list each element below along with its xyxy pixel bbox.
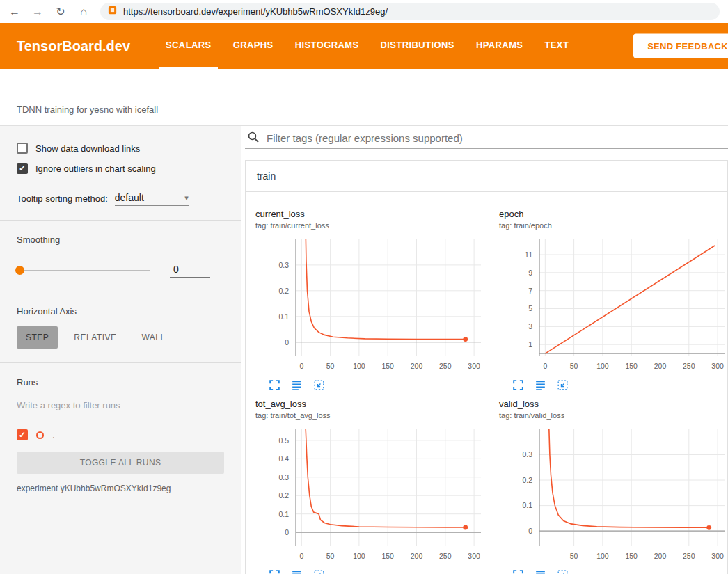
smoothing-value-input[interactable]: 0 — [170, 263, 210, 278]
log-scale-icon[interactable] — [290, 378, 303, 392]
chart-toolbar — [512, 378, 728, 392]
svg-text:0.2: 0.2 — [278, 287, 289, 295]
smoothing-slider-thumb[interactable] — [15, 266, 24, 275]
svg-text:200: 200 — [411, 552, 423, 560]
line-chart-valid-loss[interactable]: 00.10.20.350100150200250300 — [499, 425, 728, 567]
smoothing-slider[interactable] — [17, 270, 150, 271]
tab-hparams[interactable]: HPARAMS — [470, 23, 530, 69]
svg-text:50: 50 — [570, 552, 578, 560]
address-bar[interactable]: https://tensorboard.dev/experiment/yKUbh… — [100, 3, 720, 20]
forward-icon[interactable]: → — [31, 6, 44, 17]
smoothing-slider-row: 0 — [17, 263, 224, 278]
main-nav: SCALARS GRAPHS HISTOGRAMS DISTRIBUTIONS … — [159, 23, 584, 69]
tab-text[interactable]: TEXT — [538, 23, 575, 69]
line-chart-epoch[interactable]: 1357911050100150200250300 — [499, 235, 728, 377]
chart-title: current_loss — [255, 209, 489, 219]
tab-scalars[interactable]: SCALARS — [159, 23, 218, 69]
dashboard-main: train current_loss tag: train/current_lo… — [241, 126, 728, 574]
run-color-swatch — [36, 431, 44, 439]
divider — [0, 292, 241, 292]
fit-domain-icon[interactable] — [556, 378, 569, 392]
tooltip-sorting-row: Tooltip sorting method: default ▾ — [17, 191, 224, 206]
svg-text:150: 150 — [625, 552, 638, 560]
svg-text:300: 300 — [468, 362, 480, 370]
chart-epoch: epoch tag: train/epoch 13579110501001502… — [489, 209, 728, 392]
svg-text:0: 0 — [285, 338, 289, 346]
search-icon — [247, 131, 260, 146]
svg-text:0: 0 — [528, 527, 532, 535]
svg-text:0.2: 0.2 — [278, 491, 289, 500]
axis-wall-button[interactable]: WALL — [132, 326, 174, 349]
expand-chart-icon[interactable] — [512, 568, 525, 574]
svg-text:0.4: 0.4 — [278, 454, 289, 463]
svg-text:50: 50 — [326, 362, 335, 370]
chart-tot-avg-loss: tot_avg_loss tag: train/tot_avg_loss 00.… — [246, 399, 489, 574]
reload-icon[interactable]: ↻ — [54, 6, 67, 17]
svg-text:5: 5 — [528, 304, 532, 312]
svg-text:3: 3 — [528, 322, 532, 330]
tab-distributions[interactable]: DISTRIBUTIONS — [374, 23, 461, 69]
svg-text:11: 11 — [525, 250, 532, 259]
fit-domain-icon[interactable] — [556, 568, 569, 574]
chart-toolbar — [268, 378, 489, 392]
smoothing-label: Smoothing — [17, 234, 224, 245]
svg-text:50: 50 — [326, 552, 335, 560]
runs-filter-input[interactable] — [17, 397, 224, 415]
svg-text:250: 250 — [683, 362, 695, 370]
chart-toolbar — [512, 568, 728, 574]
tooltip-sorting-label: Tooltip sorting method: — [17, 193, 108, 204]
axis-step-button[interactable]: STEP — [17, 326, 58, 349]
send-feedback-button[interactable]: SEND FEEDBACK — [633, 34, 728, 58]
experiment-id-label: experiment yKUbhb5wRmOSXYkId1z9eg — [17, 484, 224, 493]
expand-chart-icon[interactable] — [268, 378, 281, 392]
line-chart-current-loss[interactable]: 00.10.20.3050100150200250300 — [255, 235, 489, 377]
divider — [0, 362, 241, 363]
fit-domain-icon[interactable] — [312, 378, 326, 392]
svg-text:0.1: 0.1 — [278, 510, 289, 518]
log-scale-icon[interactable] — [290, 568, 303, 574]
back-icon[interactable]: ← — [8, 6, 21, 17]
ignore-outliers-checkbox[interactable] — [17, 163, 28, 174]
svg-text:1: 1 — [528, 340, 532, 349]
axis-relative-button[interactable]: RELATIVE — [65, 326, 125, 349]
chart-tag: tag: train/current_loss — [255, 221, 489, 230]
svg-text:0: 0 — [299, 552, 303, 560]
horizontal-axis-buttons: STEP RELATIVE WALL — [17, 326, 224, 349]
svg-text:150: 150 — [625, 362, 638, 370]
svg-text:100: 100 — [353, 552, 365, 560]
tooltip-sorting-select[interactable]: default ▾ — [115, 191, 189, 206]
tab-histograms[interactable]: HISTOGRAMS — [289, 23, 365, 69]
log-scale-icon[interactable] — [534, 378, 547, 392]
svg-text:0: 0 — [285, 528, 289, 536]
fit-domain-icon[interactable] — [312, 568, 326, 574]
svg-text:100: 100 — [596, 552, 609, 560]
group-header-train[interactable]: train — [246, 161, 727, 192]
svg-text:150: 150 — [381, 362, 394, 370]
log-scale-icon[interactable] — [534, 568, 547, 574]
tab-graphs[interactable]: GRAPHS — [227, 23, 280, 69]
run-checkbox[interactable] — [17, 429, 28, 440]
chart-current-loss: current_loss tag: train/current_loss 00.… — [246, 209, 489, 392]
svg-text:9: 9 — [528, 269, 532, 277]
chart-title: valid_loss — [499, 399, 728, 409]
tag-filter-row — [245, 128, 728, 149]
home-icon[interactable]: ⌂ — [77, 6, 90, 17]
expand-chart-icon[interactable] — [512, 378, 525, 392]
expand-chart-icon[interactable] — [268, 568, 281, 574]
address-url[interactable]: https://tensorboard.dev/experiment/yKUbh… — [123, 6, 388, 17]
toggle-all-runs-button[interactable]: TOGGLE ALL RUNS — [17, 452, 224, 474]
svg-text:0.1: 0.1 — [522, 501, 532, 509]
tag-filter-input[interactable] — [267, 132, 728, 144]
brand-logo[interactable]: TensorBoard.dev — [17, 38, 130, 54]
svg-text:0: 0 — [543, 362, 547, 370]
line-chart-tot-avg-loss[interactable]: 00.10.20.30.40.5050100150200250300 — [255, 425, 489, 567]
train-group-card: train current_loss tag: train/current_lo… — [245, 160, 728, 574]
horizontal-axis-label: Horizontal Axis — [17, 306, 224, 317]
charts-grid: current_loss tag: train/current_loss 00.… — [246, 192, 727, 574]
svg-text:100: 100 — [596, 362, 609, 370]
show-download-links-checkbox[interactable] — [17, 143, 28, 154]
svg-text:200: 200 — [411, 362, 423, 370]
settings-sidebar: Show data download links Ignore outliers… — [0, 126, 241, 574]
svg-text:200: 200 — [654, 552, 667, 560]
content-area: Show data download links Ignore outliers… — [0, 125, 728, 574]
